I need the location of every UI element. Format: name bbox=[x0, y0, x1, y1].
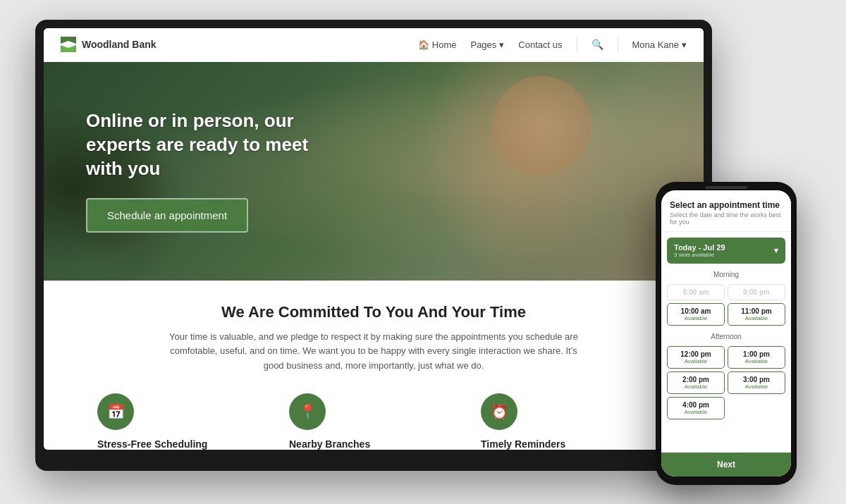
time-slot-2pm[interactable]: 2:00 pm Available bbox=[667, 371, 725, 394]
afternoon-label: Afternoon bbox=[667, 333, 785, 340]
afternoon-time-grid: 12:00 pm Available 1:00 pm Available 2:0… bbox=[667, 346, 785, 419]
time-slot-12pm[interactable]: 12:00 pm Available bbox=[667, 346, 725, 369]
laptop-device: Woodland Bank 🏠 Home Pages ▾ Contact us bbox=[35, 20, 712, 471]
commitment-description: Your time is valuable, and we pledge to … bbox=[169, 330, 578, 374]
logo-icon bbox=[61, 37, 76, 52]
morning-label: Morning bbox=[667, 271, 785, 278]
brand-logo[interactable]: Woodland Bank bbox=[61, 37, 157, 52]
slot-time: 8:00 am bbox=[672, 288, 720, 296]
slot-status: Available bbox=[732, 358, 780, 364]
date-selector-label: Today - Jul 29 bbox=[674, 243, 725, 252]
feature-reminders-title: Timely Reminders bbox=[481, 438, 650, 450]
next-button[interactable]: Next bbox=[661, 453, 791, 477]
branches-icon: 📍 bbox=[289, 393, 326, 430]
morning-time-grid: 8:00 am 9:00 pm 10:00 am Available 11:00… bbox=[667, 284, 785, 326]
hero-content: Online or in person, our experts are rea… bbox=[44, 109, 361, 232]
feature-branches-title: Nearby Branches bbox=[289, 438, 458, 450]
feature-scheduling-title: Stress-Free Scheduling bbox=[97, 438, 266, 450]
user-chevron-icon: ▾ bbox=[682, 39, 687, 50]
slot-status: Available bbox=[732, 383, 780, 390]
scheduling-icon: 📅 bbox=[97, 393, 134, 430]
phone-header: Select an appointment time Select the da… bbox=[661, 190, 791, 232]
feature-scheduling: 📅 Stress-Free Scheduling Our online sche… bbox=[97, 393, 266, 450]
time-slot-3pm[interactable]: 3:00 pm Available bbox=[728, 371, 785, 394]
schedule-appointment-button[interactable]: Schedule an appointment bbox=[86, 198, 248, 233]
slot-status: Available bbox=[732, 315, 780, 321]
time-slot-9pm[interactable]: 9:00 pm bbox=[728, 284, 785, 300]
time-slot-11pm[interactable]: 11:00 pm Available bbox=[728, 303, 785, 326]
slot-time: 10:00 am bbox=[672, 307, 720, 315]
slot-time: 4:00 pm bbox=[672, 401, 720, 409]
slot-status: Available bbox=[672, 409, 720, 415]
search-icon[interactable]: 🔍 bbox=[591, 39, 603, 50]
navbar: Woodland Bank 🏠 Home Pages ▾ Contact us bbox=[44, 28, 704, 62]
hero-person-image bbox=[422, 62, 619, 281]
phone-screen: Select an appointment time Select the da… bbox=[661, 190, 791, 477]
reminders-icon: ⏰ bbox=[481, 393, 517, 430]
home-icon: 🏠 bbox=[418, 39, 429, 50]
hero-section: Online or in person, our experts are rea… bbox=[44, 62, 704, 281]
phone-device: Select an appointment time Select the da… bbox=[656, 182, 797, 485]
features-grid: 📅 Stress-Free Scheduling Our online sche… bbox=[72, 393, 675, 450]
hero-title: Online or in person, our experts are rea… bbox=[86, 109, 319, 180]
laptop-screen: Woodland Bank 🏠 Home Pages ▾ Contact us bbox=[44, 28, 704, 450]
nav-home[interactable]: 🏠 Home bbox=[418, 39, 457, 50]
slot-status: Available bbox=[672, 315, 720, 321]
phone-content: Today - Jul 29 3 slots available ▾ Morni… bbox=[661, 232, 791, 477]
slot-time: 12:00 pm bbox=[672, 350, 720, 358]
time-slot-10am[interactable]: 10:00 am Available bbox=[667, 303, 725, 326]
slot-time: 1:00 pm bbox=[732, 350, 780, 358]
nav-pages[interactable]: Pages ▾ bbox=[470, 39, 504, 50]
feature-reminders: ⏰ Timely Reminders Our automated confirm… bbox=[481, 393, 650, 450]
brand-name: Woodland Bank bbox=[82, 39, 157, 50]
nav-divider-2 bbox=[618, 37, 618, 51]
feature-branches: 📍 Nearby Branches We make it easy to cho… bbox=[289, 393, 458, 450]
commitment-title: We Are Committed To You And Your Time bbox=[72, 303, 675, 321]
slot-time: 3:00 pm bbox=[732, 376, 780, 383]
slot-status: Available bbox=[672, 383, 720, 390]
user-name: Mona Kane bbox=[632, 39, 680, 50]
time-slot-1pm[interactable]: 1:00 pm Available bbox=[728, 346, 785, 369]
chevron-down-icon: ▾ bbox=[499, 39, 504, 50]
time-slot-8am[interactable]: 8:00 am bbox=[667, 284, 725, 300]
nav-contact[interactable]: Contact us bbox=[518, 39, 562, 50]
nav-divider bbox=[577, 37, 577, 51]
nav-links: 🏠 Home Pages ▾ Contact us 🔍 Mona Kane bbox=[418, 37, 687, 51]
phone-header-title: Select an appointment time bbox=[670, 200, 783, 210]
time-slot-4pm[interactable]: 4:00 pm Available bbox=[667, 397, 725, 419]
slot-time: 11:00 pm bbox=[732, 307, 780, 315]
chevron-down-icon: ▾ bbox=[774, 246, 778, 255]
date-selector[interactable]: Today - Jul 29 3 slots available ▾ bbox=[667, 238, 785, 264]
phone-header-subtitle: Select the date and time the works best … bbox=[670, 211, 783, 226]
slot-time: 2:00 pm bbox=[672, 376, 720, 383]
slot-time: 9:00 pm bbox=[732, 288, 780, 296]
user-menu[interactable]: Mona Kane ▾ bbox=[632, 39, 687, 50]
commitment-section: We Are Committed To You And Your Time Yo… bbox=[44, 281, 704, 450]
slot-status: Available bbox=[672, 358, 720, 364]
date-selector-sub: 3 slots available bbox=[674, 252, 725, 258]
scene: Woodland Bank 🏠 Home Pages ▾ Contact us bbox=[35, 20, 811, 485]
